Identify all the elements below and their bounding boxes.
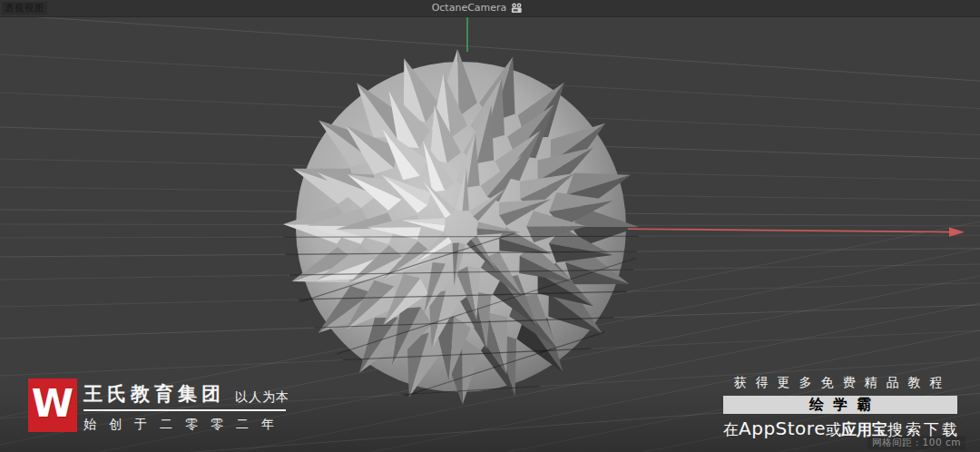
camera-indicator[interactable]: OctaneCamera (432, 2, 524, 15)
company-logo: W (28, 378, 77, 432)
promo-line2-prefix: 在 (723, 420, 739, 438)
company-founded-text: 始创于二零零二年 (83, 417, 287, 433)
camera-name-label[interactable]: OctaneCamera (432, 2, 507, 15)
promo-line1: 获得更多免费精品教程 (728, 375, 957, 391)
logo-letter: W (32, 385, 74, 423)
company-name: 王氏教育集团 (83, 381, 225, 407)
company-slogan: 以人为本 (235, 389, 289, 406)
view-mode-label[interactable]: 透视视图 (2, 2, 47, 15)
brand-bar: 绘学霸 (723, 396, 957, 414)
camera-icon (510, 3, 523, 14)
promo-appstore-text: AppStore (739, 418, 826, 439)
watermark-divider (83, 409, 286, 411)
spiky-sphere-model[interactable] (283, 49, 639, 405)
brand-name: 绘学霸 (809, 396, 880, 413)
promo-line2-or: 或 (826, 420, 841, 438)
viewport-topbar: 透视视图 OctaneCamera (0, 0, 980, 17)
watermark-right: 获得更多免费精品教程 绘学霸 在AppStore或应用宝搜索下载 (723, 375, 957, 440)
grid-spacing-label: 网格间距 : 100 cm (867, 436, 965, 450)
c4d-viewport-window: 透视视图 OctaneCamera W 王氏教育集团 以人为本 始创于二零零二年… (0, 0, 980, 452)
x-axis-red (628, 229, 949, 231)
